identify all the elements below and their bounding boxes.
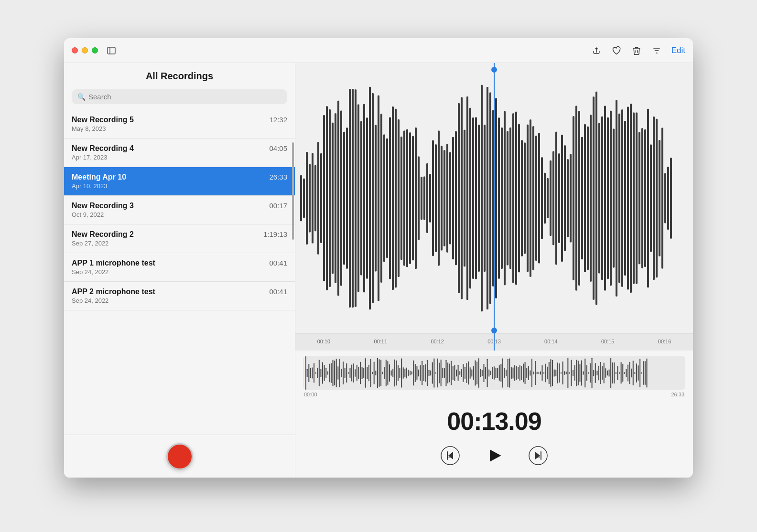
svg-rect-47 (421, 177, 422, 220)
svg-rect-317 (617, 366, 618, 380)
svg-rect-256 (512, 367, 513, 378)
svg-rect-39 (398, 119, 400, 277)
svg-rect-310 (605, 368, 606, 378)
recording-item[interactable]: New Recording 3 00:17 Oct 9, 2022 (64, 196, 295, 224)
svg-rect-138 (310, 368, 311, 378)
filter-icon[interactable] (651, 45, 662, 56)
svg-rect-86 (532, 126, 534, 270)
svg-rect-90 (544, 173, 546, 224)
svg-rect-283 (559, 363, 560, 383)
svg-rect-107 (593, 96, 595, 300)
svg-rect-229 (466, 363, 467, 383)
svg-rect-112 (607, 117, 609, 279)
svg-rect-57 (449, 152, 451, 244)
svg-rect-119 (627, 107, 629, 290)
svg-rect-198 (413, 361, 414, 386)
maximize-button[interactable] (92, 47, 98, 53)
svg-rect-270 (537, 372, 538, 374)
svg-rect-181 (384, 367, 385, 379)
svg-rect-115 (616, 100, 617, 297)
recording-name: New Recording 2 (72, 230, 134, 239)
svg-rect-55 (443, 150, 445, 246)
edit-button[interactable]: Edit (671, 46, 685, 55)
svg-rect-319 (621, 362, 622, 383)
favorite-icon[interactable] (611, 45, 622, 56)
svg-rect-148 (327, 371, 328, 374)
svg-rect-171 (367, 367, 368, 379)
skip-forward-button[interactable]: 15 (528, 445, 549, 466)
svg-rect-23 (352, 89, 354, 308)
svg-rect-30 (372, 93, 374, 303)
svg-rect-230 (468, 362, 469, 385)
mini-waveform[interactable] (303, 356, 685, 390)
svg-rect-104 (584, 124, 586, 272)
recording-item[interactable]: Meeting Apr 10 26:33 Apr 10, 2023 (64, 167, 295, 196)
recording-name: Meeting Apr 10 (72, 173, 126, 181)
recording-item[interactable]: New Recording 4 04:05 Apr 17, 2023 (64, 138, 295, 167)
recording-date: Sep 24, 2022 (72, 297, 287, 304)
minimize-button[interactable] (82, 47, 88, 53)
record-button[interactable] (166, 443, 193, 470)
recording-item[interactable]: New Recording 2 1:19:13 Sep 27, 2022 (64, 224, 295, 253)
svg-rect-75 (501, 128, 503, 269)
search-input[interactable] (88, 93, 281, 101)
svg-rect-301 (590, 363, 591, 383)
overview-end-time: 26:33 (671, 392, 684, 397)
share-icon[interactable] (591, 45, 602, 56)
svg-rect-7 (306, 152, 308, 245)
scrollbar[interactable] (292, 142, 294, 240)
svg-rect-295 (579, 364, 580, 382)
svg-rect-315 (614, 362, 615, 383)
play-button[interactable] (484, 445, 505, 466)
svg-rect-286 (564, 371, 565, 375)
svg-rect-208 (430, 371, 431, 376)
svg-rect-274 (543, 372, 544, 374)
svg-rect-42 (406, 129, 408, 267)
svg-rect-56 (446, 144, 448, 252)
svg-rect-282 (557, 362, 558, 383)
svg-rect-300 (588, 372, 589, 374)
svg-rect-14 (326, 106, 328, 290)
svg-rect-258 (516, 366, 517, 380)
svg-rect-35 (386, 138, 388, 258)
svg-rect-242 (488, 370, 489, 377)
playhead-bottom-handle[interactable] (491, 328, 497, 333)
svg-rect-191 (401, 358, 402, 387)
delete-icon[interactable] (631, 45, 642, 56)
svg-rect-11 (317, 142, 319, 255)
svg-rect-37 (392, 106, 394, 290)
svg-rect-293 (576, 360, 577, 386)
svg-rect-254 (509, 359, 510, 388)
svg-rect-82 (521, 140, 523, 256)
recording-item[interactable]: APP 1 microphone test 00:41 Sep 24, 2022 (64, 253, 295, 282)
recording-item[interactable]: New Recording 5 12:32 May 8, 2023 (64, 110, 295, 138)
svg-rect-147 (325, 368, 326, 378)
svg-rect-190 (400, 368, 400, 378)
svg-rect-78 (509, 128, 511, 269)
svg-rect-306 (598, 366, 599, 381)
svg-rect-162 (351, 365, 352, 382)
svg-rect-20 (343, 132, 345, 265)
svg-rect-32 (378, 96, 379, 301)
waveform-main[interactable]: 00:1000:1100:1200:1300:1400:1500:16 (295, 63, 693, 351)
svg-rect-73 (495, 98, 497, 298)
svg-rect-328 (636, 363, 637, 382)
svg-rect-176 (375, 371, 376, 375)
search-bar[interactable]: 🔍 (72, 89, 287, 104)
svg-rect-144 (320, 369, 321, 377)
sidebar-toggle-icon[interactable] (106, 45, 117, 56)
svg-rect-303 (593, 370, 594, 376)
svg-rect-298 (584, 359, 585, 388)
svg-rect-123 (638, 132, 640, 265)
recording-item[interactable]: APP 2 microphone test 00:41 Sep 24, 2022 (64, 282, 295, 310)
svg-rect-323 (627, 365, 628, 382)
svg-rect-153 (336, 359, 337, 387)
close-button[interactable] (72, 47, 78, 53)
svg-rect-331 (641, 372, 642, 373)
svg-rect-177 (377, 358, 378, 388)
playhead-top-handle[interactable] (491, 67, 497, 73)
svg-rect-128 (653, 117, 655, 280)
svg-rect-95 (558, 153, 560, 243)
skip-back-button[interactable]: 15 (440, 445, 461, 466)
titlebar-actions: Edit (591, 45, 685, 56)
